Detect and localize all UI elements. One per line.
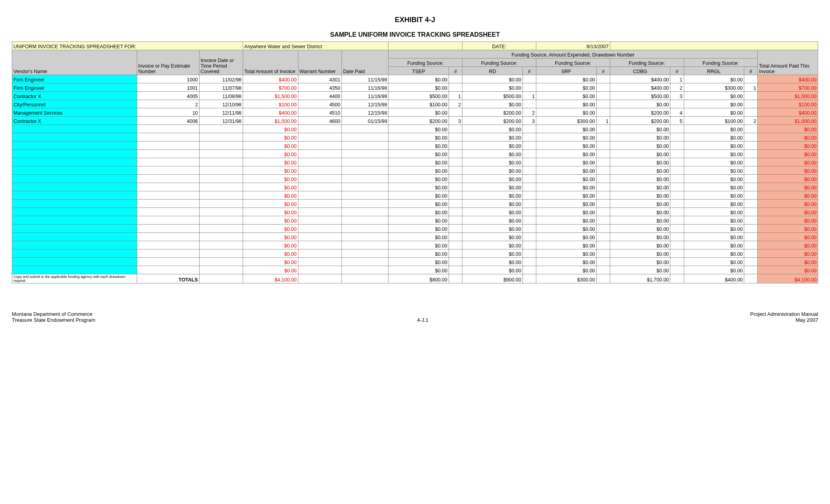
cell-period bbox=[199, 183, 243, 191]
cell-total: $0.00 bbox=[243, 125, 298, 133]
cell-gn bbox=[744, 225, 758, 233]
cell-gn bbox=[744, 266, 758, 274]
cell-rn bbox=[523, 258, 536, 266]
cell-rrgl: $0.00 bbox=[684, 142, 744, 150]
cell-srf: $300.00 bbox=[536, 117, 596, 125]
cell-total: $0.00 bbox=[243, 233, 298, 241]
cell-inv bbox=[137, 241, 199, 249]
spacer bbox=[389, 42, 462, 50]
cell-rrgl: $0.00 bbox=[684, 92, 744, 100]
cell-tsep: $0.00 bbox=[389, 241, 449, 249]
cell-sn bbox=[596, 125, 610, 133]
cell-total: $400.00 bbox=[243, 108, 298, 117]
cell-rn bbox=[523, 208, 536, 216]
cell-datepaid: 11/15/98 bbox=[341, 75, 388, 83]
cell-tsep: $0.00 bbox=[389, 175, 449, 183]
table-row: $0.00$0.00$0.00$0.00$0.00$0.00$0.00 bbox=[12, 266, 818, 274]
cell-inv bbox=[137, 191, 199, 200]
cell-sn bbox=[596, 150, 610, 158]
cell-cn bbox=[670, 150, 684, 158]
cell-gn bbox=[744, 258, 758, 266]
cell-total: $0.00 bbox=[243, 216, 298, 225]
cell-rrgl: $0.00 bbox=[684, 133, 744, 142]
cell-inv: 4006 bbox=[137, 117, 199, 125]
cell-gn: 2 bbox=[744, 117, 758, 125]
cell-cn bbox=[670, 208, 684, 216]
cell-inv: 2 bbox=[137, 100, 199, 108]
cell-tsep: $0.00 bbox=[389, 142, 449, 150]
cell-total: $0.00 bbox=[243, 183, 298, 191]
cell-tsep: $500.00 bbox=[389, 92, 449, 100]
cell-period: 11/02/98 bbox=[199, 75, 243, 83]
footer-left2: Treasure State Endowment Program bbox=[12, 317, 95, 323]
cell-rn bbox=[523, 249, 536, 258]
cell-rrgl: $0.00 bbox=[684, 200, 744, 208]
cell-tn bbox=[449, 108, 462, 117]
cell-tsep: $0.00 bbox=[389, 83, 449, 92]
table-row: $0.00$0.00$0.00$0.00$0.00$0.00$0.00 bbox=[12, 200, 818, 208]
cell-paid: $0.00 bbox=[758, 191, 818, 200]
cell-paid: $0.00 bbox=[758, 183, 818, 191]
cell-rrgl: $0.00 bbox=[684, 266, 744, 274]
cell-vendor bbox=[12, 216, 137, 225]
cell-rrgl: $0.00 bbox=[684, 158, 744, 166]
cell-cn: 4 bbox=[670, 108, 684, 117]
cell-cn bbox=[670, 133, 684, 142]
cell-sn: 1 bbox=[596, 117, 610, 125]
cell-vendor bbox=[12, 166, 137, 175]
cell-rd: $0.00 bbox=[462, 200, 523, 208]
cell-tsep: $0.00 bbox=[389, 125, 449, 133]
cell-paid: $0.00 bbox=[758, 125, 818, 133]
col-invnum: Invoice or Pay Estimate Number bbox=[137, 50, 199, 75]
cell-sn bbox=[596, 133, 610, 142]
cell-tsep: $200.00 bbox=[389, 117, 449, 125]
cell-rn bbox=[523, 216, 536, 225]
cell-sn bbox=[596, 175, 610, 183]
cell-rd: $0.00 bbox=[462, 216, 523, 225]
cell-datepaid bbox=[341, 125, 388, 133]
cell-cn bbox=[670, 241, 684, 249]
cell-tsep: $0.00 bbox=[389, 166, 449, 175]
cell-cn bbox=[670, 249, 684, 258]
cell-vendor bbox=[12, 249, 137, 258]
cell-inv bbox=[137, 258, 199, 266]
cell-srf: $0.00 bbox=[536, 233, 596, 241]
cell-inv bbox=[137, 249, 199, 258]
cell-datepaid bbox=[341, 166, 388, 175]
cell-vendor bbox=[12, 158, 137, 166]
cell-inv bbox=[137, 225, 199, 233]
cell-tn bbox=[449, 216, 462, 225]
cell-total: $0.00 bbox=[243, 266, 298, 274]
cell-total: $0.00 bbox=[243, 191, 298, 200]
col-datepaid: Date Paid bbox=[341, 50, 388, 75]
cell-gn bbox=[744, 208, 758, 216]
cell-tn bbox=[449, 258, 462, 266]
cell-gn bbox=[744, 216, 758, 225]
totals-srf: $300.00 bbox=[536, 274, 596, 283]
cell-gn bbox=[744, 150, 758, 158]
cell-rrgl: $100.00 bbox=[684, 117, 744, 125]
cell-rrgl: $0.00 bbox=[684, 75, 744, 83]
cell-vendor: Firm Engineer bbox=[12, 75, 137, 83]
col-total: Total Amount of Invoice bbox=[243, 50, 298, 75]
cell-paid: $0.00 bbox=[758, 241, 818, 249]
cell-sn bbox=[596, 92, 610, 100]
cell-inv: 1001 bbox=[137, 83, 199, 92]
tracking-for-label: UNIFORM INVOICE TRACKING SPREADSHEET FOR… bbox=[12, 42, 243, 50]
cell-vendor bbox=[12, 133, 137, 142]
cell-period bbox=[199, 200, 243, 208]
cell-tsep: $0.00 bbox=[389, 233, 449, 241]
cell-gn bbox=[744, 75, 758, 83]
cell-rrgl: $0.00 bbox=[684, 241, 744, 249]
cell-srf: $0.00 bbox=[536, 208, 596, 216]
cell-rn bbox=[523, 75, 536, 83]
cell-inv bbox=[137, 142, 199, 150]
cell-tsep: $0.00 bbox=[389, 258, 449, 266]
cell-vendor bbox=[12, 125, 137, 133]
cell-datepaid bbox=[341, 225, 388, 233]
cell-rd: $0.00 bbox=[462, 158, 523, 166]
cell-gn bbox=[744, 200, 758, 208]
cell-srf: $0.00 bbox=[536, 166, 596, 175]
cell-rrgl: $0.00 bbox=[684, 233, 744, 241]
district-name: Anywhere Water and Sewer District bbox=[243, 42, 389, 50]
